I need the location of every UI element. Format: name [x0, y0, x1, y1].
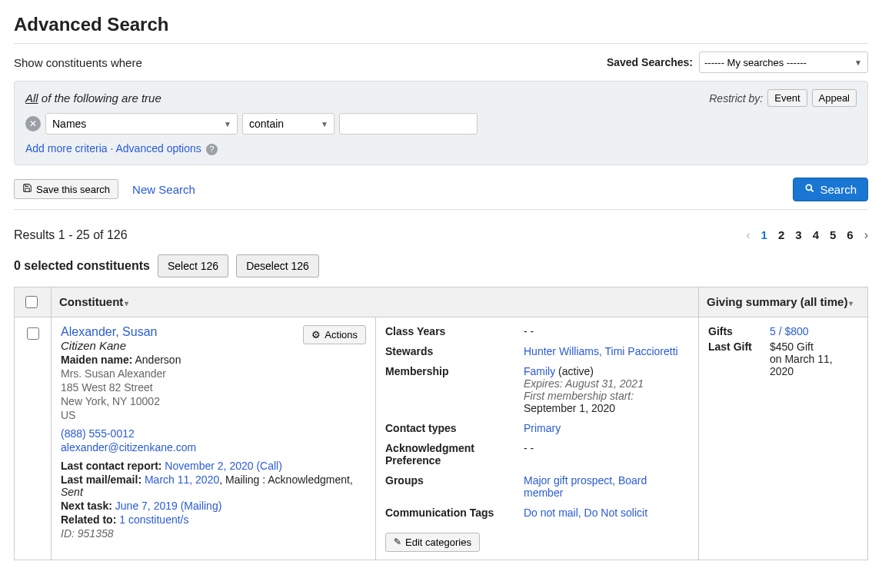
membership-first-value: September 1, 2020 — [524, 402, 615, 414]
results-summary: Results 1 - 25 of 126 — [14, 228, 128, 242]
pager-page-2[interactable]: 2 — [778, 228, 784, 241]
remove-criteria-icon[interactable]: ✕ — [25, 116, 41, 131]
page-title: Advanced Search — [14, 14, 868, 35]
constituent-id: ID: 951358 — [61, 527, 366, 540]
next-task-link[interactable]: June 7, 2019 (Mailing) — [115, 500, 222, 512]
membership-expires: Expires: August 31, 2021 — [524, 377, 644, 390]
criteria-heading: All of the following are true — [25, 91, 161, 105]
advanced-options-link[interactable]: Advanced options — [116, 142, 201, 154]
restrict-event-button[interactable]: Event — [767, 89, 807, 107]
contact-types-link[interactable]: Primary — [524, 422, 561, 434]
membership-link[interactable]: Family — [524, 365, 555, 377]
edit-categories-button[interactable]: ✎ Edit categories — [385, 533, 480, 552]
new-search-link[interactable]: New Search — [132, 183, 195, 196]
add-more-criteria-link[interactable]: Add more criteria — [25, 142, 108, 154]
address-country: US — [61, 409, 366, 421]
comm-tags-label: Communication Tags — [385, 507, 516, 519]
svg-line-1 — [811, 189, 814, 191]
help-icon[interactable]: ? — [206, 144, 218, 155]
svg-point-0 — [807, 184, 812, 190]
membership-label: Membership — [385, 365, 516, 414]
comm-tags-link[interactable]: Do not mail, Do Not solicit — [524, 507, 647, 519]
restrict-appeal-button[interactable]: Appeal — [812, 89, 857, 107]
search-button[interactable]: Search — [793, 178, 868, 201]
results-table: Constituent▾ Giving summary (all time)▾ … — [14, 287, 868, 560]
pager-page-4[interactable]: 4 — [813, 228, 819, 241]
criteria-field-select[interactable]: Names — [45, 113, 238, 135]
groups-label: Groups — [385, 474, 516, 499]
salutation: Mrs. Susan Alexander — [61, 367, 366, 380]
stewards-link[interactable]: Hunter Williams, Timi Paccioretti — [524, 345, 678, 357]
gifts-link[interactable]: 5 / $800 — [770, 325, 809, 337]
pager-page-6[interactable]: 6 — [847, 228, 853, 241]
deselect-all-button[interactable]: Deselect 126 — [236, 254, 319, 277]
search-icon — [804, 183, 815, 196]
save-icon — [22, 183, 32, 195]
criteria-value-input[interactable] — [339, 113, 478, 135]
last-gift-date: on March 11, 2020 — [770, 353, 833, 377]
maiden-name-value: Anderson — [135, 354, 181, 366]
address-line-2: New York, NY 10002 — [61, 395, 366, 407]
pager-next[interactable]: › — [864, 228, 868, 242]
ack-pref-value: - - — [524, 442, 689, 467]
class-years-label: Class Years — [385, 325, 516, 337]
last-gift-label: Last Gift — [708, 341, 764, 377]
show-constituents-label: Show constituents where — [14, 56, 142, 69]
row-checkbox[interactable] — [27, 327, 39, 340]
address-line-1: 185 West 82 Street — [61, 381, 366, 394]
divider — [14, 209, 868, 210]
select-all-button[interactable]: Select 126 — [158, 254, 228, 277]
criteria-panel: All of the following are true Restrict b… — [14, 81, 868, 165]
gear-icon: ⚙ — [311, 329, 321, 341]
last-mail-date-link[interactable]: March 11, 2020 — [145, 473, 219, 486]
gifts-label: Gifts — [708, 325, 764, 337]
last-gift-amount: $450 Gift — [770, 341, 814, 353]
saved-searches-label: Saved Searches: — [607, 56, 693, 68]
divider — [14, 43, 868, 44]
header-constituent[interactable]: Constituent▾ — [52, 287, 699, 317]
sort-icon: ▾ — [849, 299, 853, 307]
saved-searches-select[interactable]: ------ My searches ------ — [699, 51, 868, 73]
stewards-label: Stewards — [385, 345, 516, 357]
criteria-operator-select[interactable]: contain — [242, 113, 334, 135]
table-row: ⚙ Actions Alexander, Susan Citizen Kane … — [15, 317, 868, 560]
class-years-value: - - — [524, 325, 689, 337]
selected-count-label: 0 selected constituents — [14, 259, 150, 273]
row-actions-button[interactable]: ⚙ Actions — [303, 325, 366, 344]
membership-first-label: First membership start: — [524, 390, 634, 402]
groups-link[interactable]: Major gift prospect, Board member — [524, 474, 647, 499]
sort-icon: ▾ — [125, 299, 128, 307]
pencil-icon: ✎ — [394, 537, 401, 547]
related-to-link[interactable]: 1 constituent/s — [119, 513, 188, 526]
last-contact-report-link[interactable]: November 2, 2020 (Call) — [165, 460, 282, 472]
pager-page-3[interactable]: 3 — [795, 228, 801, 241]
ack-pref-label: Acknowledgment Preference — [385, 442, 516, 467]
save-search-button[interactable]: Save this search — [14, 179, 118, 199]
select-all-checkbox[interactable] — [25, 296, 38, 308]
pager-page-1[interactable]: 1 — [761, 228, 767, 241]
header-checkbox-cell — [15, 287, 52, 317]
restrict-by-label: Restrict by: — [709, 92, 763, 105]
email-link[interactable]: alexander@citizenkane.com — [61, 441, 196, 453]
header-giving[interactable]: Giving summary (all time)▾ — [699, 287, 868, 317]
contact-types-label: Contact types — [385, 422, 516, 434]
phone-link[interactable]: (888) 555-0012 — [61, 427, 135, 440]
pager: ‹ 1 2 3 4 5 6 › — [746, 228, 868, 242]
pager-prev[interactable]: ‹ — [746, 228, 750, 242]
pager-page-5[interactable]: 5 — [830, 228, 836, 241]
